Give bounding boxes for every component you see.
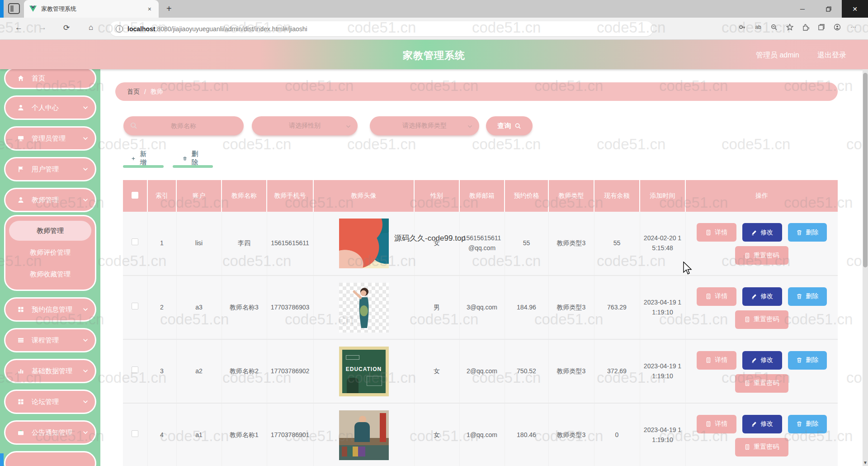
read-aloud-icon[interactable]: ab [754,23,762,31]
maximize-button[interactable] [816,0,842,18]
close-button[interactable]: ✕ [842,0,868,18]
select-all-checkbox[interactable] [132,192,138,199]
table-row: 2a3教师名称317703786903男3@qq.com184.96教师类型37… [123,276,838,339]
sidebar-item-partial[interactable] [4,451,96,466]
sidebar-item-6[interactable]: 课程管理 [4,328,96,352]
delete-button[interactable]: 删除 [183,150,199,167]
account-cell: a1 [176,403,222,466]
profile-avatar[interactable] [833,23,841,31]
gender-select[interactable]: 请选择性别 [252,116,358,135]
row-checkbox[interactable] [132,366,138,373]
gender-cell: 男 [414,276,459,339]
new-tab-button[interactable]: + [166,4,172,14]
add-button[interactable]: 新增 [131,150,148,167]
home-icon[interactable]: ⌂ [89,23,93,32]
row-checkbox[interactable] [132,238,138,245]
teacher-name-input[interactable] [123,122,244,129]
sidebar-subitem-1[interactable]: 教师评价管理 [9,243,91,262]
password-key-icon[interactable] [738,23,746,31]
page-scrollbar[interactable]: ▼ [863,69,868,466]
detail-button[interactable]: 详情 [697,223,736,242]
column-header: 账户 [176,180,222,212]
breadcrumb-home[interactable]: 首页 [127,88,140,96]
pen-icon [751,229,757,236]
minimize-button[interactable]: ─ [789,0,816,18]
site-info-icon[interactable]: i [116,25,123,33]
edit-button[interactable]: 修改 [742,287,782,306]
chevron-down-icon [82,135,89,142]
sidebar-subitem-0-active[interactable]: 教师管理 [9,221,91,241]
current-user-label: 管理员 admin [756,51,799,60]
delete-underline [173,165,213,168]
refresh-icon[interactable]: ⟳ [63,23,70,33]
url-bar: ← → ⟳ ⌂ i localhost:8080/jiajiaoyuyuegua… [0,18,868,40]
row-select-cell [123,339,147,403]
tab-list-icon[interactable] [8,3,20,14]
scrollbar-down-arrow[interactable]: ▼ [863,460,868,465]
reset-password-button[interactable]: 重置密码 [735,374,788,393]
row-select-cell [123,212,147,276]
row-checkbox[interactable] [132,303,138,309]
edit-button[interactable]: 修改 [742,415,782,433]
logout-link[interactable]: 退出登录 [817,51,846,60]
detail-button[interactable]: 详情 [697,287,736,306]
chevron-down-icon [82,368,89,374]
url-path: :8080/jiajiaoyuyueguanli/admin/dist/inde… [155,25,307,33]
reset-password-button[interactable]: 重置密码 [735,246,788,265]
address-field[interactable]: i localhost:8080/jiajiaoyuyueguanli/admi… [109,21,653,36]
collections-icon[interactable] [817,23,826,31]
sidebar-item-0[interactable]: 首页 [4,69,96,89]
delete-row-button[interactable]: 删除 [788,415,827,433]
phone-cell: 17703786903 [267,276,313,339]
doc-icon [705,357,712,363]
row-checkbox[interactable] [132,430,138,437]
edit-button[interactable]: 修改 [742,351,782,370]
teacher-name-cell: 教师名称2 [222,339,267,403]
extensions-icon[interactable] [802,23,810,31]
scrollbar-thumb[interactable] [863,73,868,267]
gender-cell: 女 [414,339,459,403]
edit-button[interactable]: 修改 [742,223,782,242]
chevron-down-icon [82,166,89,172]
forward-icon[interactable]: → [39,23,47,32]
teacher-figure [347,378,359,393]
delete-row-button[interactable]: 删除 [788,351,827,370]
browser-tab[interactable]: 家教管理系统 × [24,0,159,18]
sidebar-item-2[interactable]: 管理员管理 [4,126,96,151]
actions-cell: 详情修改删除重置密码 [685,212,838,276]
breadcrumb-current: 教师 [151,88,163,96]
detail-button[interactable]: 详情 [697,351,736,370]
phone-cell: 17703786902 [267,339,313,403]
reset-password-button[interactable]: 重置密码 [735,438,788,456]
trash-icon [796,357,802,363]
tab-close-icon[interactable]: × [146,5,153,13]
chevron-down-icon [82,306,89,313]
chalk-doodle [346,355,359,360]
detail-button[interactable]: 详情 [697,415,736,433]
column-header: 教师邮箱 [459,180,505,212]
sidebar-item-4[interactable]: 教师管理 [4,188,96,212]
favorites-star-icon[interactable] [786,23,794,31]
flag-icon [17,166,24,173]
delete-row-button[interactable]: 删除 [788,287,827,306]
back-icon[interactable]: ← [15,23,23,32]
sidebar-item-1[interactable]: 个人中心 [4,95,96,120]
zoom-out-icon[interactable] [770,23,778,31]
sidebar-item-5[interactable]: 预约信息管理 [4,297,96,322]
grid-icon [17,306,24,313]
sidebar-subitem-2[interactable]: 教师收藏管理 [9,264,91,284]
sidebar-item-8[interactable]: 论坛管理 [4,390,96,414]
actions-cell: 详情修改删除重置密码 [685,403,838,466]
reset-password-button[interactable]: 重置密码 [735,310,788,329]
settings-menu-icon[interactable]: ⋯ [849,23,857,31]
chevron-down-icon [82,399,89,405]
balance-cell: 55 [594,212,640,276]
delete-row-button[interactable]: 删除 [788,223,827,242]
sidebar-item-3[interactable]: 用户管理 [4,157,96,181]
pen-icon [751,421,757,427]
sidebar-item-7[interactable]: 基础数据管理 [4,359,96,383]
query-button[interactable]: 查询 [486,116,533,135]
sidebar: 首页个人中心管理员管理用户管理教师管理教师管理教师评价管理教师收藏管理预约信息管… [0,69,100,466]
sidebar-item-9[interactable]: 公告通知管理 [4,420,96,445]
teacher-type-select[interactable]: 请选择教师类型 [370,116,479,135]
